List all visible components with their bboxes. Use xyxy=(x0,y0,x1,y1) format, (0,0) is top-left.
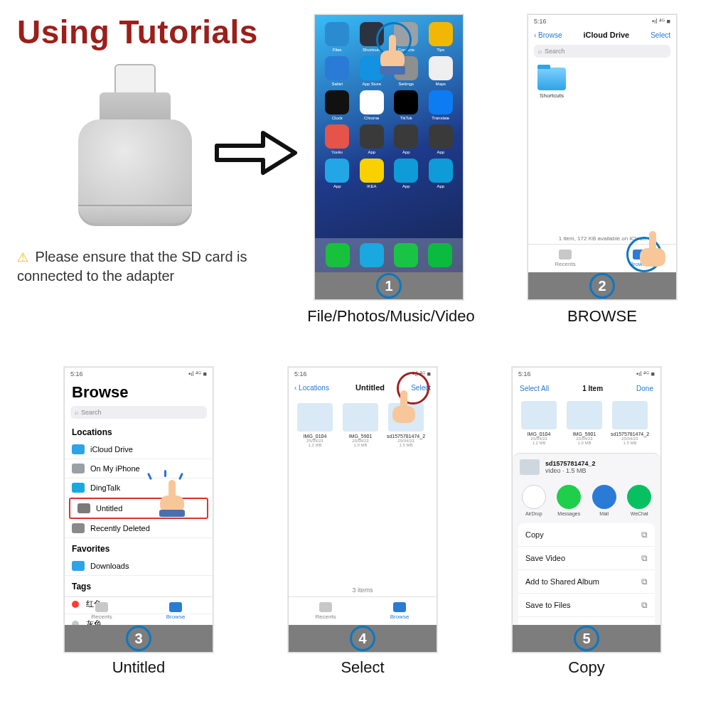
app-icon[interactable]: Maps xyxy=(426,56,456,86)
app-square-icon xyxy=(325,90,349,114)
app-label: Clock xyxy=(332,116,343,120)
file-thumb-icon xyxy=(567,401,602,429)
list-item[interactable]: DingTalk xyxy=(65,478,213,498)
tab-recents[interactable]: Recents xyxy=(528,245,602,272)
pointing-hand-icon xyxy=(635,231,670,272)
step-2-caption: BROWSE xyxy=(528,307,677,326)
action-glyph-icon: ⧉ xyxy=(641,577,648,587)
share-app-icon xyxy=(557,485,581,509)
app-icon[interactable]: App xyxy=(391,124,422,154)
app-icon[interactable]: IKEA xyxy=(357,159,387,188)
back-button[interactable]: ‹ Locations xyxy=(294,384,329,392)
select-button[interactable]: Select xyxy=(651,31,670,39)
file-item[interactable]: IMG_010425/04/231.2 MB xyxy=(296,403,334,447)
step-number: 5 xyxy=(582,631,590,647)
action-glyph-icon: ⧉ xyxy=(641,530,648,540)
share-target[interactable]: Messages xyxy=(555,485,584,516)
step-base: 1 xyxy=(315,272,463,299)
share-app-label: WeChat xyxy=(631,511,648,516)
action-row[interactable]: Save to Files⧉ xyxy=(518,594,655,617)
file-thumb-icon xyxy=(612,401,648,429)
tab-bar: Recents Browse xyxy=(65,596,213,625)
action-row[interactable]: Copy⧉ xyxy=(518,523,655,547)
share-sheet: sd1575781474_2 video · 1.5 MB AirDropMes… xyxy=(513,453,660,625)
app-icon[interactable]: Safari xyxy=(322,56,353,86)
app-square-icon xyxy=(429,22,453,46)
section-favorites: Favorites xyxy=(65,538,213,557)
app-icon[interactable]: App xyxy=(426,124,456,154)
list-item[interactable]: Downloads xyxy=(65,557,213,576)
search-input[interactable]: ⌕ Search xyxy=(70,406,207,419)
dock-app-icon[interactable] xyxy=(394,243,418,267)
app-icon[interactable]: Tips xyxy=(426,22,456,52)
action-row[interactable]: Save Video⧉ xyxy=(518,547,655,570)
app-label: TikTok xyxy=(400,116,412,120)
status-bar: 5:16•ıl ⁴ᴳ ■ xyxy=(528,15,676,28)
app-icon[interactable]: Chrome xyxy=(357,90,387,120)
dock-app-icon[interactable] xyxy=(428,243,452,267)
lightning-connector-icon xyxy=(114,64,156,94)
list-item[interactable]: Recently Deleted xyxy=(65,519,213,538)
app-icon[interactable]: Translate xyxy=(426,90,456,120)
file-item[interactable]: IMG_010425/04/231.2 MB xyxy=(520,401,558,445)
app-icon[interactable]: TikTok xyxy=(391,90,422,120)
location-icon xyxy=(72,483,85,493)
app-icon[interactable]: Settings xyxy=(391,56,422,86)
file-item[interactable]: IMG_590125/04/231.0 MB xyxy=(565,401,604,445)
app-icon[interactable]: Clock xyxy=(322,90,353,120)
tab-browse[interactable]: Browse xyxy=(363,597,437,625)
app-label: IKEA xyxy=(367,184,377,188)
share-target[interactable]: WeChat xyxy=(626,485,654,516)
app-label: Translate xyxy=(432,116,449,120)
tab-recents[interactable]: Recents xyxy=(289,597,363,625)
app-square-icon xyxy=(429,90,453,114)
app-icon[interactable]: App Store xyxy=(357,56,387,86)
location-icon xyxy=(72,444,85,454)
status-bar: 5:16•ıl ⁴ᴳ ■ xyxy=(513,368,660,380)
file-thumb-icon xyxy=(343,403,378,432)
tab-browse[interactable]: Browse xyxy=(139,597,213,625)
app-label: Files xyxy=(333,48,342,52)
app-icon[interactable]: App xyxy=(322,159,353,188)
warning-text: Please ensure that the SD card is connec… xyxy=(17,249,247,284)
search-input[interactable]: ⌕ Search xyxy=(534,45,670,58)
dock-app-icon[interactable] xyxy=(360,243,384,267)
app-square-icon xyxy=(429,124,453,149)
list-item[interactable]: iCloud Drive xyxy=(65,440,213,459)
app-icon[interactable]: Youku xyxy=(322,124,353,154)
select-all-button[interactable]: Select All xyxy=(520,385,549,392)
app-icon[interactable]: App xyxy=(357,124,387,154)
action-row[interactable]: Add to Shared Album⧉ xyxy=(518,570,655,594)
done-button[interactable]: Done xyxy=(636,385,653,392)
file-name: IMG_5901 xyxy=(573,432,596,437)
clock-icon xyxy=(319,602,332,612)
app-label: Chrome xyxy=(364,116,379,120)
step-3-caption: Untitled xyxy=(64,658,213,677)
app-icon[interactable]: Files xyxy=(322,22,353,52)
folder-grid: Shortcuts xyxy=(528,60,676,106)
pointing-hand-icon xyxy=(156,480,188,525)
back-button[interactable]: ‹ Browse xyxy=(534,31,562,39)
file-item[interactable]: sd1575781474_225/04/231.5 MB xyxy=(611,401,649,445)
app-icon[interactable]: App xyxy=(426,159,456,188)
share-target[interactable]: AirDrop xyxy=(520,485,548,516)
action-row[interactable]: Add Tags⧉ xyxy=(518,617,655,625)
list-item[interactable]: On My iPhone xyxy=(65,459,213,478)
folder-shortcuts[interactable]: Shortcuts xyxy=(535,68,568,99)
warning-icon: ⚠ xyxy=(17,250,28,264)
nav-bar: ‹ Browse iCloud Drive Select xyxy=(528,28,676,42)
location-icon xyxy=(77,503,90,513)
step-4-screen: 5:16•ıl ⁴ᴳ ■ ‹ Locations Untitled Select… xyxy=(289,368,437,625)
dock-app-icon[interactable] xyxy=(326,243,350,267)
tab-recents[interactable]: Recents xyxy=(65,597,139,625)
app-icon[interactable]: App xyxy=(391,159,422,188)
file-item[interactable]: IMG_590125/04/231.0 MB xyxy=(341,403,380,447)
app-square-icon xyxy=(394,90,418,114)
share-target[interactable]: Mail xyxy=(590,485,619,516)
arrow-icon xyxy=(213,124,299,181)
selection-bar: Select All 1 Item Done xyxy=(513,380,660,397)
list-item-label: DingTalk xyxy=(90,483,120,492)
page-title: Using Tutorials xyxy=(17,13,258,51)
step-base: 3 xyxy=(65,625,213,652)
file-name: IMG_0104 xyxy=(528,432,551,437)
